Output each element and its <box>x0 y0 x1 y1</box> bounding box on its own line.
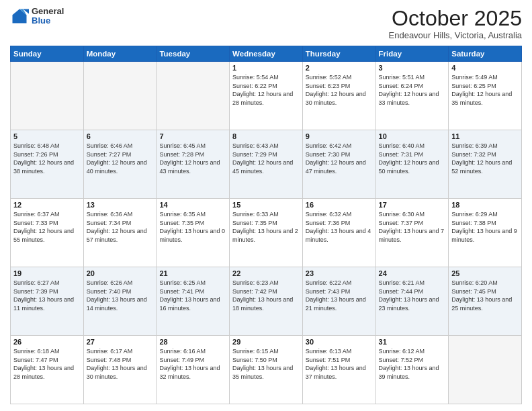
day-number: 22 <box>232 269 300 277</box>
calendar-row-3: 12Sunrise: 6:37 AM Sunset: 7:33 PM Dayli… <box>11 199 522 267</box>
calendar-cell: 18Sunrise: 6:29 AM Sunset: 7:38 PM Dayli… <box>449 199 522 267</box>
calendar-cell: 20Sunrise: 6:26 AM Sunset: 7:40 PM Dayli… <box>83 267 157 336</box>
col-sunday: Sunday <box>11 46 84 62</box>
logo: General Blue <box>10 7 64 26</box>
logo-text: General Blue <box>32 7 64 26</box>
calendar-cell <box>157 62 230 130</box>
calendar-cell: 31Sunrise: 6:12 AM Sunset: 7:52 PM Dayli… <box>375 336 449 404</box>
col-thursday: Thursday <box>302 46 375 62</box>
calendar-cell: 8Sunrise: 6:43 AM Sunset: 7:29 PM Daylig… <box>230 130 303 199</box>
calendar-cell: 6Sunrise: 6:46 AM Sunset: 7:27 PM Daylig… <box>83 130 157 199</box>
day-number: 9 <box>306 132 373 140</box>
logo-blue-text: Blue <box>32 16 64 26</box>
day-number: 7 <box>159 132 226 140</box>
day-number: 2 <box>306 64 373 72</box>
calendar-cell <box>83 62 157 130</box>
day-info: Sunrise: 6:17 AM Sunset: 7:48 PM Dayligh… <box>87 347 154 381</box>
location: Endeavour Hills, Victoria, Australia <box>389 30 522 40</box>
day-info: Sunrise: 6:46 AM Sunset: 7:27 PM Dayligh… <box>87 142 154 175</box>
day-number: 13 <box>87 201 154 209</box>
day-number: 27 <box>87 338 154 346</box>
logo-icon <box>10 7 29 26</box>
month-title: October 2025 <box>389 7 522 30</box>
calendar-cell: 7Sunrise: 6:45 AM Sunset: 7:28 PM Daylig… <box>157 130 230 199</box>
day-info: Sunrise: 6:27 AM Sunset: 7:39 PM Dayligh… <box>13 279 81 312</box>
day-number: 31 <box>379 338 446 346</box>
day-number: 1 <box>232 64 300 72</box>
calendar-cell: 4Sunrise: 5:49 AM Sunset: 6:25 PM Daylig… <box>449 62 522 130</box>
calendar-cell: 21Sunrise: 6:25 AM Sunset: 7:41 PM Dayli… <box>157 267 230 336</box>
col-saturday: Saturday <box>449 46 522 62</box>
calendar-row-4: 19Sunrise: 6:27 AM Sunset: 7:39 PM Dayli… <box>11 267 522 336</box>
day-info: Sunrise: 6:20 AM Sunset: 7:45 PM Dayligh… <box>451 279 519 312</box>
day-number: 20 <box>87 269 154 277</box>
day-number: 14 <box>159 201 226 209</box>
day-number: 21 <box>159 269 226 277</box>
col-tuesday: Tuesday <box>157 46 230 62</box>
day-info: Sunrise: 6:22 AM Sunset: 7:43 PM Dayligh… <box>306 279 373 312</box>
svg-marker-0 <box>13 9 27 24</box>
calendar-cell: 10Sunrise: 6:40 AM Sunset: 7:31 PM Dayli… <box>375 130 449 199</box>
day-info: Sunrise: 6:37 AM Sunset: 7:33 PM Dayligh… <box>13 210 81 244</box>
day-info: Sunrise: 6:15 AM Sunset: 7:50 PM Dayligh… <box>232 347 300 381</box>
day-info: Sunrise: 6:39 AM Sunset: 7:32 PM Dayligh… <box>451 142 519 175</box>
calendar-cell: 5Sunrise: 6:48 AM Sunset: 7:26 PM Daylig… <box>11 130 84 199</box>
day-info: Sunrise: 6:25 AM Sunset: 7:41 PM Dayligh… <box>159 279 226 312</box>
day-info: Sunrise: 6:13 AM Sunset: 7:51 PM Dayligh… <box>306 347 373 381</box>
day-number: 29 <box>232 338 300 346</box>
calendar: Sunday Monday Tuesday Wednesday Thursday… <box>10 46 522 404</box>
header: General Blue October 2025 Endeavour Hill… <box>10 7 522 40</box>
day-number: 18 <box>451 201 519 209</box>
calendar-cell: 11Sunrise: 6:39 AM Sunset: 7:32 PM Dayli… <box>449 130 522 199</box>
day-number: 24 <box>379 269 446 277</box>
day-info: Sunrise: 6:33 AM Sunset: 7:35 PM Dayligh… <box>232 210 300 244</box>
calendar-row-1: 1Sunrise: 5:54 AM Sunset: 6:22 PM Daylig… <box>11 62 522 130</box>
calendar-cell <box>11 62 84 130</box>
day-info: Sunrise: 5:49 AM Sunset: 6:25 PM Dayligh… <box>451 73 519 107</box>
day-info: Sunrise: 6:26 AM Sunset: 7:40 PM Dayligh… <box>87 279 154 312</box>
day-number: 12 <box>13 201 81 209</box>
day-number: 15 <box>232 201 300 209</box>
day-info: Sunrise: 6:16 AM Sunset: 7:49 PM Dayligh… <box>159 347 226 381</box>
col-friday: Friday <box>375 46 449 62</box>
day-info: Sunrise: 6:45 AM Sunset: 7:28 PM Dayligh… <box>159 142 226 175</box>
day-info: Sunrise: 6:43 AM Sunset: 7:29 PM Dayligh… <box>232 142 300 175</box>
calendar-cell: 13Sunrise: 6:36 AM Sunset: 7:34 PM Dayli… <box>83 199 157 267</box>
calendar-cell: 24Sunrise: 6:21 AM Sunset: 7:44 PM Dayli… <box>375 267 449 336</box>
day-info: Sunrise: 5:51 AM Sunset: 6:24 PM Dayligh… <box>379 73 446 107</box>
calendar-cell: 3Sunrise: 5:51 AM Sunset: 6:24 PM Daylig… <box>375 62 449 130</box>
calendar-cell: 22Sunrise: 6:23 AM Sunset: 7:42 PM Dayli… <box>230 267 303 336</box>
day-info: Sunrise: 6:35 AM Sunset: 7:35 PM Dayligh… <box>159 210 226 244</box>
header-right: October 2025 Endeavour Hills, Victoria, … <box>389 7 522 40</box>
day-info: Sunrise: 6:23 AM Sunset: 7:42 PM Dayligh… <box>232 279 300 312</box>
day-number: 28 <box>159 338 226 346</box>
page: General Blue October 2025 Endeavour Hill… <box>0 0 532 411</box>
day-number: 16 <box>306 201 373 209</box>
calendar-cell: 9Sunrise: 6:42 AM Sunset: 7:30 PM Daylig… <box>302 130 375 199</box>
calendar-cell: 16Sunrise: 6:32 AM Sunset: 7:36 PM Dayli… <box>302 199 375 267</box>
day-number: 8 <box>232 132 300 140</box>
calendar-cell: 30Sunrise: 6:13 AM Sunset: 7:51 PM Dayli… <box>302 336 375 404</box>
day-info: Sunrise: 6:42 AM Sunset: 7:30 PM Dayligh… <box>306 142 373 175</box>
logo-general-text: General <box>32 7 64 16</box>
day-number: 3 <box>379 64 446 72</box>
day-info: Sunrise: 6:32 AM Sunset: 7:36 PM Dayligh… <box>306 210 373 244</box>
calendar-cell: 14Sunrise: 6:35 AM Sunset: 7:35 PM Dayli… <box>157 199 230 267</box>
calendar-cell: 2Sunrise: 5:52 AM Sunset: 6:23 PM Daylig… <box>302 62 375 130</box>
day-number: 11 <box>451 132 519 140</box>
day-info: Sunrise: 6:40 AM Sunset: 7:31 PM Dayligh… <box>379 142 446 175</box>
day-number: 26 <box>13 338 81 346</box>
calendar-cell: 17Sunrise: 6:30 AM Sunset: 7:37 PM Dayli… <box>375 199 449 267</box>
day-number: 6 <box>87 132 154 140</box>
day-info: Sunrise: 6:29 AM Sunset: 7:38 PM Dayligh… <box>451 210 519 244</box>
calendar-cell: 26Sunrise: 6:18 AM Sunset: 7:47 PM Dayli… <box>11 336 84 404</box>
calendar-cell: 15Sunrise: 6:33 AM Sunset: 7:35 PM Dayli… <box>230 199 303 267</box>
day-info: Sunrise: 6:48 AM Sunset: 7:26 PM Dayligh… <box>13 142 81 175</box>
calendar-cell: 28Sunrise: 6:16 AM Sunset: 7:49 PM Dayli… <box>157 336 230 404</box>
calendar-cell: 1Sunrise: 5:54 AM Sunset: 6:22 PM Daylig… <box>230 62 303 130</box>
day-number: 10 <box>379 132 446 140</box>
calendar-row-5: 26Sunrise: 6:18 AM Sunset: 7:47 PM Dayli… <box>11 336 522 404</box>
day-number: 19 <box>13 269 81 277</box>
calendar-cell: 19Sunrise: 6:27 AM Sunset: 7:39 PM Dayli… <box>11 267 84 336</box>
day-number: 5 <box>13 132 81 140</box>
